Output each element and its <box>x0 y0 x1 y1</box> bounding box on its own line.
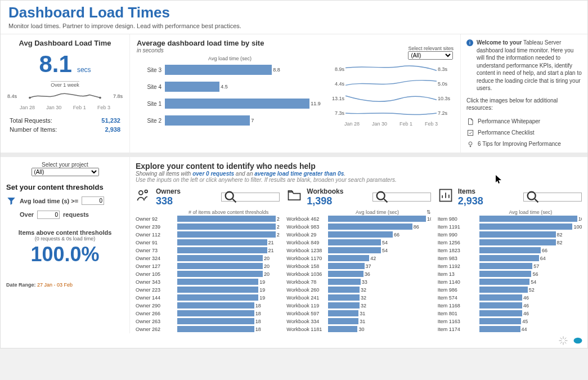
num-items-value: 2,938 <box>105 126 120 133</box>
explore-sub-post: . <box>344 171 345 177</box>
table-row[interactable]: Item 57446 <box>438 294 582 302</box>
table-row[interactable]: Workbook 84954 <box>286 239 430 247</box>
items-column[interactable]: Items 2,938 Avg load time (sec) Item 980… <box>438 187 582 333</box>
above-sub: (0 requests & 0s load time) <box>6 236 124 242</box>
site-line-row[interactable]: 8.9s8.3s <box>330 62 454 76</box>
owners-search-input[interactable] <box>240 194 279 200</box>
table-row[interactable]: Workbook 462100 <box>286 215 430 223</box>
table-row[interactable]: Workbook 33431 <box>286 318 430 325</box>
site-line-row[interactable]: 4.4s5.0s <box>330 77 454 91</box>
table-row[interactable]: Workbook 11932 <box>286 302 430 310</box>
table-row[interactable]: Item 117444 <box>438 325 582 333</box>
table-row[interactable]: Owner 26318 <box>136 318 280 325</box>
avg-load-input[interactable] <box>82 196 104 205</box>
table-row[interactable]: Owner 11223 <box>136 231 280 239</box>
page-subtitle: Monitor load times. Partner to improve d… <box>8 23 580 29</box>
svg-point-1 <box>99 97 101 99</box>
sort-icon[interactable]: ⇅ <box>427 209 431 215</box>
table-row[interactable]: Owner 9121 <box>136 239 280 247</box>
site-lines[interactable]: Select relevant sites (All) 8.9s8.3s4.4s… <box>330 56 454 129</box>
table-row[interactable]: Owner 26218 <box>136 325 280 333</box>
info-text: Tableau Server dashboard load time monit… <box>477 39 582 91</box>
workbooks-search-input[interactable] <box>391 194 430 200</box>
lightbulb-icon <box>466 140 474 148</box>
site-line-row[interactable]: 7.3s7.2s <box>330 106 454 120</box>
table-row[interactable]: Item 99082 <box>438 231 582 239</box>
site-bar-row[interactable]: Site 38.8 <box>137 61 323 78</box>
daterange-value: 27 Jan - 03 Feb <box>37 282 73 288</box>
table-row[interactable]: Owner 32420 <box>136 254 280 262</box>
table-row[interactable]: Item 119257 <box>438 262 582 270</box>
workbooks-title: Workbooks <box>307 187 343 195</box>
table-row[interactable]: Owner 9223 <box>136 215 280 223</box>
table-row[interactable]: Owner 12720 <box>136 262 280 270</box>
workbooks-search[interactable] <box>372 193 431 202</box>
svg-point-7 <box>376 192 384 200</box>
table-row[interactable]: Item 116345 <box>438 318 582 325</box>
site-bar-row[interactable]: Site 27 <box>137 112 323 129</box>
owners-axis: # of items above content thresholds <box>177 209 280 215</box>
table-row[interactable]: Workbook 59731 <box>286 310 430 318</box>
table-row[interactable]: Workbook 7833 <box>286 278 430 286</box>
link-label: Performance Whitepaper <box>478 118 540 126</box>
table-row[interactable]: Item 98364 <box>438 254 582 262</box>
items-search-input[interactable] <box>542 194 581 200</box>
table-row[interactable]: Workbook 103636 <box>286 270 430 278</box>
table-row[interactable]: Workbook 24132 <box>286 294 430 302</box>
site-bar-row[interactable]: Site 111.9 <box>137 95 323 112</box>
table-row[interactable]: Item 114054 <box>438 278 582 286</box>
owners-column[interactable]: Owners 338 # of items above content thre… <box>136 187 280 333</box>
avg-sparkline <box>19 88 111 105</box>
workbooks-column[interactable]: Workbooks 1,398 Avg load time (sec)⇅ Wor… <box>286 187 430 333</box>
total-requests-label: Total Requests: <box>10 117 52 124</box>
table-row[interactable]: Item 125682 <box>438 239 582 247</box>
table-row[interactable]: Item 1191100 <box>438 223 582 231</box>
table-row[interactable]: Workbook 26032 <box>286 286 430 294</box>
table-row[interactable]: Owner 22319 <box>136 286 280 294</box>
table-row[interactable]: Item 80146 <box>438 310 582 318</box>
table-row[interactable]: Workbook 123854 <box>286 247 430 254</box>
thresholds-heading: Set your content thresholds <box>6 183 124 191</box>
table-row[interactable]: Workbook 98386 <box>286 223 430 231</box>
table-row[interactable]: Item 98652 <box>438 286 582 294</box>
table-row[interactable]: Item 980105 <box>438 215 582 223</box>
people-icon <box>136 187 151 203</box>
table-row[interactable]: Owner 7321 <box>136 247 280 254</box>
avg-unit: secs <box>77 66 91 74</box>
table-row[interactable]: Owner 23923 <box>136 223 280 231</box>
table-row[interactable]: Workbook 15837 <box>286 262 430 270</box>
site-bar-row[interactable]: Site 44.5 <box>137 78 323 95</box>
table-row[interactable]: Owner 34319 <box>136 278 280 286</box>
table-row[interactable]: Workbook 117042 <box>286 254 430 262</box>
select-sites-dropdown[interactable]: (All) <box>408 51 453 60</box>
site-line-row[interactable]: 13.1s10.3s <box>330 92 454 105</box>
table-row[interactable]: Item 116846 <box>438 302 582 310</box>
link-whitepaper[interactable]: Performance Whitepaper <box>466 118 582 126</box>
table-row[interactable]: Item 1356 <box>438 270 582 278</box>
dashboard: Dashboard Load Times Monitor load times.… <box>0 0 588 348</box>
svg-point-9 <box>528 192 536 200</box>
table-row[interactable]: Workbook 2966 <box>286 231 430 239</box>
table-row[interactable]: Owner 10520 <box>136 270 280 278</box>
by-site-heading: Average dashboard load time by site <box>137 39 454 47</box>
svg-point-0 <box>29 97 31 99</box>
over-requests-input[interactable] <box>37 211 60 219</box>
site-bars[interactable]: Avg load time (sec) Site 38.8Site 44.5Si… <box>137 56 323 129</box>
items-axis: Avg load time (sec) <box>479 209 582 215</box>
search-icon <box>223 189 239 205</box>
link-checklist[interactable]: Performance Checklist <box>466 129 582 137</box>
tableau-logo-icon <box>558 336 568 346</box>
info-icon: i <box>466 39 473 46</box>
owners-search[interactable] <box>221 193 280 202</box>
table-row[interactable]: Item 182366 <box>438 247 582 254</box>
select-sites-label: Select relevant sites <box>408 46 454 51</box>
salesforce-logo-icon <box>573 336 583 346</box>
svg-rect-2 <box>468 130 473 135</box>
project-dropdown[interactable]: (All) <box>32 168 99 176</box>
items-search[interactable] <box>523 193 582 202</box>
table-row[interactable]: Workbook 118130 <box>286 325 430 333</box>
table-row[interactable]: Owner 26618 <box>136 310 280 318</box>
link-tips[interactable]: 6 Tips for Improving Performance <box>466 140 582 148</box>
table-row[interactable]: Owner 14419 <box>136 294 280 302</box>
table-row[interactable]: Owner 29018 <box>136 302 280 310</box>
